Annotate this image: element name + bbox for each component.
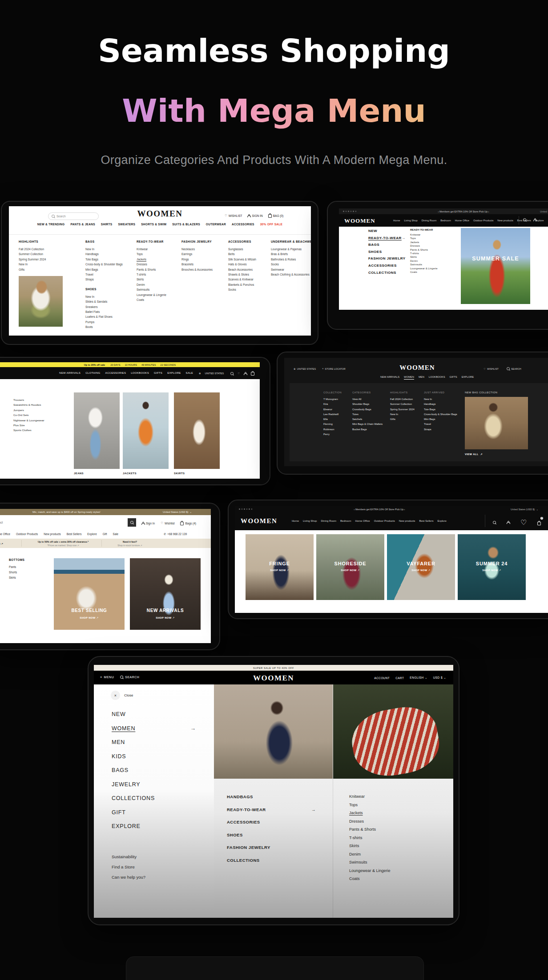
menu-link[interactable]: Co-Ord Sets — [13, 412, 44, 417]
user-icon[interactable] — [533, 218, 536, 221]
nav-item[interactable]: GIFTS — [154, 372, 162, 374]
nav-item[interactable]: Explore — [87, 532, 97, 536]
drawer-item[interactable]: MEN — [112, 739, 196, 745]
nav-item[interactable]: Outdoor Products — [374, 520, 395, 522]
bags-button[interactable]: Bags (4) — [180, 521, 196, 525]
menu-link[interactable]: Eleanor — [323, 407, 342, 412]
photo-card-jeans[interactable] — [74, 392, 120, 469]
nav-item[interactable]: SWEATERS — [118, 223, 135, 226]
menu-link[interactable]: Sweatshirts & Hoodies — [13, 402, 44, 407]
menu-link[interactable]: Mini Bags — [424, 417, 457, 422]
menu-link[interactable]: Dresses — [410, 244, 438, 248]
menu-link[interactable]: Mini Bags — [85, 267, 135, 272]
menu-link[interactable]: Spring Summer 2024 — [390, 407, 415, 412]
user-icon[interactable] — [244, 372, 247, 375]
store-logo[interactable]: WOOMEN — [344, 217, 375, 224]
footer-link[interactable]: Can we help you? — [112, 875, 145, 880]
nav-item[interactable]: LOOKBOOKS — [429, 376, 445, 378]
nav-item[interactable]: Home — [292, 520, 299, 522]
locale-selector[interactable]: ⊕UNITED STATES — [294, 368, 316, 370]
search-button[interactable] — [128, 518, 136, 527]
nav-item[interactable]: WOMEN — [404, 376, 414, 378]
nav-item[interactable]: Best Sellers — [67, 532, 82, 536]
menu-root-item[interactable]: NEW — [368, 229, 405, 233]
menu-link[interactable]: Handbags — [85, 252, 135, 256]
menu-link[interactable]: Cross-body & Shoulder Bags — [424, 412, 457, 417]
shop-now-link[interactable]: SHOP NOW ↗ — [387, 569, 455, 572]
menu-link[interactable]: Sunglasses — [228, 247, 269, 252]
category-link[interactable]: Tops — [349, 803, 391, 807]
drawer-item[interactable]: NEW — [112, 711, 196, 717]
menu-link[interactable]: Bras & Briefs — [271, 252, 311, 256]
photo-card-summer24[interactable]: SUMMER 24 SHOP NOW ↗ — [458, 534, 526, 600]
menu-link[interactable]: Tote Bags — [85, 257, 135, 262]
banner-left[interactable]: New Arrivals ↗ — [0, 539, 9, 548]
menu-link[interactable]: Ballet Flats — [85, 309, 135, 314]
menu-link[interactable]: Beach Clothing & Accessories — [271, 272, 311, 277]
wishlist-button[interactable]: ♡WISHLIST — [484, 368, 499, 370]
nav-item[interactable]: SALE — [186, 372, 193, 374]
menu-link[interactable]: Kira — [323, 402, 342, 407]
menu-link[interactable]: View All — [352, 397, 383, 402]
nav-item[interactable]: Bedroom — [440, 219, 451, 222]
cart-button[interactable]: 0 — [537, 519, 541, 527]
menu-link[interactable]: Blankets & Ponchos — [228, 282, 269, 287]
menu-link[interactable]: Straps — [85, 277, 135, 282]
menu-link[interactable]: Tops — [410, 236, 438, 240]
menu-link[interactable]: Skirts — [137, 277, 180, 282]
menu-link[interactable]: Loungewear & Pajamas — [271, 247, 311, 252]
menu-link[interactable]: T-shirts — [137, 272, 180, 277]
nav-item[interactable]: GIFTS — [450, 376, 457, 378]
submenu-item[interactable]: FASHION JEWELRY — [227, 845, 316, 850]
banner-center[interactable]: Up to 50% off sale + extra 30% off clear… — [27, 539, 100, 548]
nav-item[interactable]: SHORTS & SWIM — [141, 223, 166, 226]
menu-link[interactable]: Fleming — [323, 422, 342, 427]
menu-link[interactable]: New In — [85, 247, 135, 252]
locale-selector[interactable]: UNITED STATES — [205, 372, 224, 375]
nav-item[interactable]: Dining Room — [321, 520, 336, 522]
nav-item[interactable]: LOOKBOOKS — [131, 372, 149, 374]
nav-item[interactable]: Home Office — [355, 520, 370, 522]
submenu-item[interactable]: READY-TO-WEAR→ — [227, 807, 316, 812]
menu-link[interactable]: Jumpers — [13, 408, 44, 412]
menu-link[interactable]: Ella — [323, 417, 342, 422]
shop-now-link[interactable]: SHOP NOW ↗ — [130, 616, 201, 619]
menu-link[interactable]: T Monogram — [323, 397, 342, 402]
photo-highlights[interactable] — [19, 276, 63, 327]
category-link[interactable]: Loungewear & Lingerie — [349, 868, 391, 873]
category-link[interactable]: T-shirts — [349, 836, 391, 840]
menu-link[interactable]: New In — [19, 262, 81, 267]
menu-link[interactable]: Perry — [323, 432, 342, 437]
menu-link[interactable]: Bracelets — [181, 262, 226, 267]
category-link[interactable]: Dresses — [349, 819, 391, 824]
menu-link[interactable]: Travel — [424, 422, 457, 427]
store-locator-link[interactable]: ⌖STORE LOCATOR — [322, 367, 346, 370]
nav-item[interactable]: Bedroom — [340, 520, 351, 522]
nav-item[interactable]: ACCESSORIES — [232, 223, 254, 226]
menu-link[interactable]: Hats & Gloves — [228, 262, 269, 267]
nav-item[interactable]: NEW ARRIVALS — [59, 372, 81, 374]
sign-in-button[interactable]: SIGN IN — [248, 214, 263, 217]
menu-root-item[interactable]: ACCESSORIES — [368, 264, 405, 268]
locale-selector[interactable]: United States (USD $) — [540, 210, 548, 213]
heart-icon[interactable]: ♡ — [238, 372, 240, 375]
submenu-item[interactable]: COLLECTIONS — [227, 858, 316, 863]
nav-item[interactable]: OUTERWEAR — [206, 223, 226, 226]
nav-item[interactable]: NEW ARRIVALS — [380, 376, 399, 378]
drawer-item[interactable]: EXPLORE — [112, 823, 196, 829]
photo-card-jackets[interactable] — [123, 392, 169, 469]
nav-item[interactable]: MEN — [419, 376, 424, 378]
menu-link[interactable]: Dresses — [137, 262, 180, 267]
menu-link[interactable]: New In — [390, 412, 415, 417]
menu-link[interactable]: Skirts — [9, 575, 17, 580]
submenu-item[interactable]: SHOES — [227, 832, 316, 837]
currency-selector[interactable]: USD $ ⌄ — [433, 676, 446, 680]
bag-button[interactable]: BAG (0) — [268, 213, 283, 218]
photo-card-new-arrivals[interactable]: NEW ARRIVALS SHOP NOW ↗ — [130, 558, 201, 630]
nav-item[interactable]: Home — [393, 219, 400, 222]
photo-new-bag-collection[interactable] — [465, 397, 528, 449]
drawer-item[interactable]: WOMEN→ — [112, 725, 196, 732]
shop-now-link[interactable]: SHOP NOW ↗ — [246, 569, 314, 572]
drawer-item[interactable]: BAGS — [112, 767, 196, 773]
menu-link[interactable]: Necklaces — [181, 247, 226, 252]
